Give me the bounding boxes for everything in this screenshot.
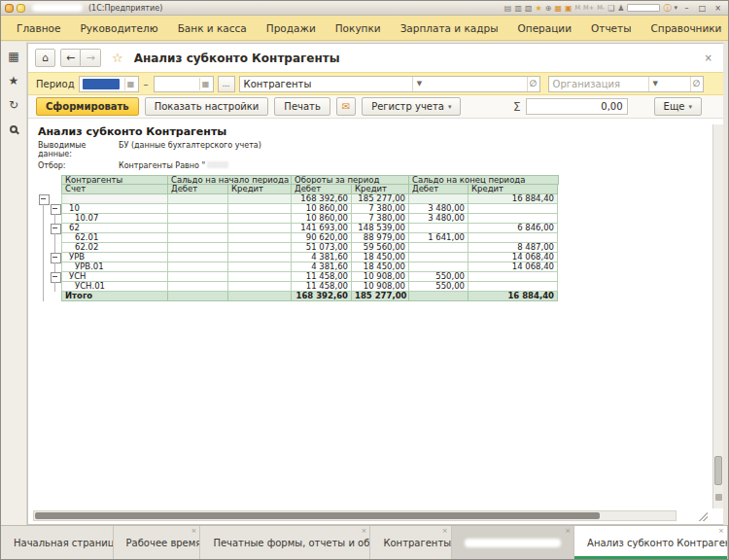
menu-item-банк-и-касса[interactable]: Банк и касса bbox=[168, 19, 257, 37]
window-tab-начальная-страница[interactable]: Начальная страница bbox=[1, 526, 114, 559]
history-icon[interactable]: ↻ bbox=[9, 99, 18, 111]
preview-icon[interactable]: ▧ bbox=[525, 4, 533, 13]
favorites-icon[interactable]: ★ bbox=[536, 4, 542, 13]
value-cell: 51 073,00 bbox=[292, 243, 352, 253]
collapse-toggle[interactable] bbox=[50, 224, 61, 233]
resize-grip[interactable] bbox=[697, 510, 708, 521]
main-menu-icon[interactable] bbox=[17, 4, 25, 13]
report-row[interactable]: УРВ4 381,6018 450,0014 068,40 bbox=[38, 253, 723, 262]
layout-icon[interactable]: ❏ bbox=[608, 4, 614, 13]
horizontal-scrollbar-thumb[interactable] bbox=[35, 512, 600, 519]
close-tab-icon[interactable]: × bbox=[565, 528, 571, 535]
account-cell: УСН bbox=[61, 272, 168, 282]
home-button[interactable]: ⌂ bbox=[35, 49, 55, 67]
app-icon[interactable] bbox=[5, 4, 14, 13]
report-row[interactable]: 10.0710 860,007 380,003 480,00 bbox=[38, 214, 723, 224]
calendar-icon[interactable]: ▣ bbox=[565, 4, 573, 13]
value-cell bbox=[168, 292, 228, 301]
report-row[interactable]: 62.0251 073,0059 560,008 487,00 bbox=[38, 243, 723, 253]
subconto-combo[interactable]: Контрагенты ▼ ∅ bbox=[239, 76, 540, 92]
filter-value-blurred bbox=[207, 161, 228, 168]
sum-field[interactable]: 0,00 bbox=[526, 98, 628, 115]
menu-item-зарплата-и-кадры[interactable]: Зарплата и кадры bbox=[391, 19, 508, 37]
scroll-down-button[interactable] bbox=[715, 494, 722, 501]
clear-icon[interactable]: ∅ bbox=[690, 77, 703, 91]
user-name-field[interactable] bbox=[627, 4, 660, 12]
memory-m-button[interactable]: M bbox=[575, 4, 581, 12]
calculator-icon[interactable]: ▦ bbox=[554, 4, 562, 13]
account-cell: 10.07 bbox=[61, 214, 168, 224]
column-header-cell: Дебет bbox=[168, 185, 228, 194]
collapse-toggle[interactable] bbox=[50, 253, 61, 262]
close-tab-icon[interactable]: × bbox=[442, 528, 448, 535]
close-tab-icon[interactable]: × bbox=[362, 528, 367, 535]
window-tab-blurred[interactable]: × bbox=[452, 526, 574, 559]
report-row[interactable]: 168 392,60185 277,0016 884,40 bbox=[38, 194, 723, 204]
report-total-row[interactable]: Итого168 392,60185 277,0016 884,40 bbox=[38, 292, 723, 301]
close-tab-icon[interactable]: × bbox=[718, 528, 724, 535]
close-window-button[interactable]: × bbox=[712, 3, 724, 14]
add-favorite-icon[interactable]: ☆ bbox=[112, 51, 123, 65]
vertical-scrollbar-thumb[interactable] bbox=[714, 456, 722, 485]
menu-item-продажи[interactable]: Продажи bbox=[257, 19, 326, 37]
period-from-field[interactable]: ▦ bbox=[79, 76, 139, 92]
value-cell bbox=[168, 233, 228, 243]
register-menu-button[interactable]: Регистр учета▾ bbox=[362, 97, 461, 116]
report-row[interactable]: УСН.0111 458,0010 908,00550,00 bbox=[38, 282, 723, 292]
search-icon[interactable] bbox=[10, 125, 17, 133]
back-button[interactable]: ← bbox=[60, 49, 81, 67]
chevron-down-icon[interactable]: ▼ bbox=[412, 77, 425, 91]
menu-item-покупки[interactable]: Покупки bbox=[326, 19, 391, 37]
window-tab-анализ-субконто-контрагенты[interactable]: Анализ субконто Контрагенты× bbox=[574, 526, 728, 559]
menu-item-отчеты[interactable]: Отчеты bbox=[581, 19, 641, 37]
menu-item-главное[interactable]: Главное bbox=[7, 19, 71, 37]
chevron-down-icon[interactable]: ▼ bbox=[648, 77, 661, 91]
form-window: ⌂ ← → ☆ Анализ субконто Контрагенты × Пе… bbox=[27, 43, 723, 525]
value-cell: 550,00 bbox=[409, 282, 469, 292]
menu-item-операции[interactable]: Операции bbox=[508, 19, 581, 37]
send-email-icon[interactable]: ✉ bbox=[336, 97, 356, 116]
forward-button[interactable]: → bbox=[81, 49, 101, 67]
menu-item-руководителю[interactable]: Руководителю bbox=[71, 19, 168, 37]
horizontal-scrollbar[interactable] bbox=[33, 510, 677, 521]
collapse-toggle[interactable] bbox=[38, 194, 50, 204]
report-row[interactable]: 62141 693,00148 539,006 846,00 bbox=[38, 224, 723, 233]
window-tab-печатные-формы-отчеты-и-обработки[interactable]: Печатные формы, отчеты и обработки× bbox=[200, 526, 370, 559]
minimize-button[interactable]: – bbox=[680, 3, 693, 14]
info-caret-icon[interactable]: ▾ bbox=[674, 4, 677, 13]
more-menu-button[interactable]: Еще▾ bbox=[654, 97, 702, 116]
show-settings-button[interactable]: Показать настройки bbox=[145, 97, 269, 116]
favorites-panel-icon[interactable]: ★ bbox=[9, 75, 19, 87]
save-icon[interactable]: ▤ bbox=[504, 4, 512, 13]
generate-button[interactable]: Сформировать bbox=[36, 97, 139, 116]
vertical-scrollbar[interactable] bbox=[712, 124, 723, 508]
calendar-picker-icon[interactable]: ▦ bbox=[124, 78, 137, 90]
window-tab-контрагенты[interactable]: Контрагенты× bbox=[370, 526, 451, 559]
window-tab-рабочее-время[interactable]: Рабочее время× bbox=[114, 526, 201, 559]
period-to-field[interactable]: ▦ bbox=[154, 76, 214, 92]
menu-item-справочники[interactable]: Справочники bbox=[641, 19, 729, 37]
report-row[interactable]: 62.0190 620,0088 979,001 641,00 bbox=[38, 233, 723, 243]
report-row[interactable]: УСН11 458,0010 908,00550,00 bbox=[38, 272, 723, 282]
organization-combo[interactable]: Организация ▼ ∅ bbox=[548, 76, 704, 92]
print-button[interactable]: Печать bbox=[274, 97, 330, 116]
report-row[interactable]: УРВ.014 381,6018 450,0014 068,40 bbox=[38, 262, 723, 272]
all-functions-icon[interactable]: ▦ bbox=[8, 51, 18, 62]
memory-m-plus-button[interactable]: M+ bbox=[583, 4, 594, 12]
close-tab-icon[interactable]: × bbox=[191, 528, 197, 535]
link-icon[interactable]: ⊕ bbox=[545, 4, 552, 13]
memory-m-minus-button[interactable]: M- bbox=[597, 4, 605, 12]
info-icon[interactable]: ⓘ bbox=[663, 4, 671, 13]
period-options-button[interactable]: ... bbox=[218, 76, 235, 92]
calendar-picker-icon[interactable]: ▦ bbox=[199, 78, 212, 90]
collapse-toggle[interactable] bbox=[50, 204, 61, 214]
command-bar: Сформировать Показать настройки Печать ✉… bbox=[28, 95, 723, 119]
restore-button[interactable]: □ bbox=[696, 3, 709, 14]
print-icon[interactable]: ▥ bbox=[514, 4, 522, 13]
close-form-button[interactable]: × bbox=[701, 51, 716, 65]
clear-icon[interactable]: ∅ bbox=[527, 77, 539, 91]
collapse-toggle[interactable] bbox=[50, 272, 61, 282]
value-cell bbox=[228, 233, 292, 243]
page-title: Анализ субконто Контрагенты bbox=[134, 52, 340, 65]
report-row[interactable]: 1010 860,007 380,003 480,00 bbox=[38, 204, 723, 214]
